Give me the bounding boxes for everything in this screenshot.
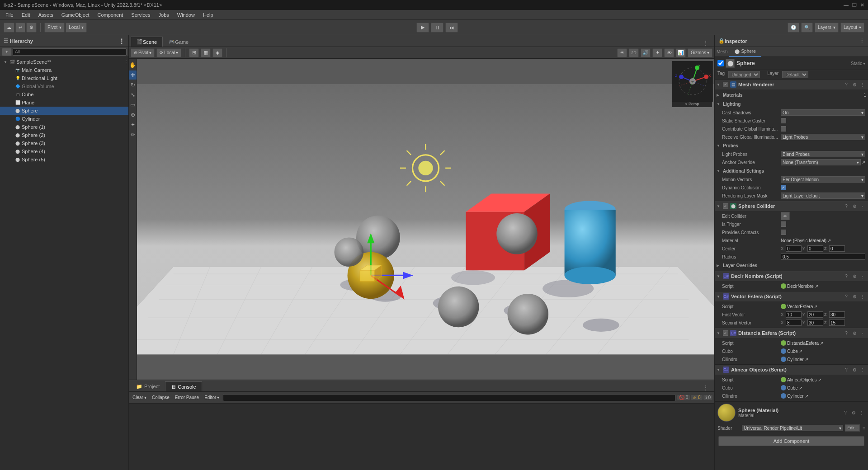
decir-nombre-header[interactable]: ▼ C# Decir Nombre (Script) ? ⚙ ⋮	[715, 271, 868, 281]
probes-section[interactable]: ▼ Probes	[715, 141, 868, 150]
hierarchy-item-cube[interactable]: ◻ Cube	[0, 90, 128, 99]
vector-esfera-help-btn[interactable]: ?	[843, 293, 850, 300]
collapse-btn[interactable]: Collapse	[150, 393, 171, 402]
tool-transform[interactable]: ⊕	[129, 110, 137, 119]
console-content[interactable]	[129, 404, 714, 470]
hierarchy-more-btn[interactable]: ⋮	[118, 38, 125, 45]
anchor-override-link-btn[interactable]: ↗	[862, 160, 865, 165]
search-btn[interactable]: 🔍	[801, 23, 813, 33]
sv-x-input[interactable]	[786, 320, 802, 326]
scene-view-btn[interactable]: ◈	[212, 48, 222, 57]
persp-label[interactable]: < Persp	[672, 101, 712, 107]
menu-jobs[interactable]: Jobs	[155, 11, 173, 19]
distancia-cubo-link-btn[interactable]: ↗	[799, 349, 802, 354]
vector-esfera-link-btn[interactable]: ↗	[814, 304, 817, 309]
layers-dropdown[interactable]: Layers ▾	[815, 23, 839, 33]
sphere-collider-more-btn[interactable]: ⋮	[859, 202, 866, 210]
hierarchy-item-sphere2[interactable]: ⬤ Sphere (2)	[0, 131, 128, 139]
layer-overrides-section[interactable]: ▶ Layer Overrides	[715, 261, 868, 270]
hierarchy-item-scene[interactable]: ▼ 🎬 SampleScene* ⋮	[0, 58, 128, 66]
tool-rect[interactable]: ▭	[129, 100, 137, 109]
sv-y-input[interactable]	[807, 320, 823, 326]
rendering-layer-mask-dropdown[interactable]: Light Layer default ▾	[781, 193, 865, 199]
sphere-collider-settings-btn[interactable]: ⚙	[851, 202, 858, 210]
sphere-collider-toggle[interactable]	[723, 203, 728, 209]
vector-esfera-more-btn[interactable]: ⋮	[859, 293, 866, 300]
alinear-cilindro-link-btn[interactable]: ↗	[805, 394, 808, 399]
hierarchy-item-cylinder[interactable]: 🔵 Cylinder	[0, 115, 128, 123]
fv-y-input[interactable]	[807, 311, 823, 318]
scene-local-dropdown[interactable]: ⟳ Local ▾	[156, 48, 181, 57]
maximize-btn[interactable]: ❐	[852, 2, 857, 8]
hierarchy-scene-more[interactable]: ⋮	[124, 60, 128, 65]
alinear-cubo-link-btn[interactable]: ↗	[799, 385, 802, 390]
material-help-btn[interactable]: ?	[842, 409, 849, 416]
vector-esfera-settings-btn[interactable]: ⚙	[851, 293, 858, 300]
tab-scene[interactable]: 🎬 Scene	[131, 37, 163, 47]
menu-component[interactable]: Component	[94, 11, 127, 19]
alinear-objetos-more-btn[interactable]: ⋮	[859, 366, 866, 373]
console-search-input[interactable]	[223, 394, 675, 401]
sphere-collider-help-btn[interactable]: ?	[843, 202, 850, 210]
inspector-tab-sphere[interactable]: ⬤ Sphere	[729, 47, 761, 57]
distancia-esfera-more-btn[interactable]: ⋮	[859, 329, 866, 337]
fv-z-input[interactable]	[829, 311, 845, 318]
decir-nombre-help-btn[interactable]: ?	[843, 273, 850, 280]
menu-file[interactable]: File	[2, 11, 17, 19]
object-static-arrow[interactable]: ▾	[863, 61, 865, 66]
hierarchy-item-sphere5[interactable]: ⬤ Sphere (5)	[0, 155, 128, 164]
scene-2d-btn[interactable]: 2D	[629, 48, 639, 57]
center-x-input[interactable]	[786, 245, 802, 252]
layer-select[interactable]: Default	[782, 71, 808, 78]
additional-settings-section[interactable]: ▼ Additional Settings	[715, 166, 868, 175]
scene-light-btn[interactable]: ☀	[617, 48, 627, 57]
hierarchy-item-sphere4[interactable]: ⬤ Sphere (4)	[0, 147, 128, 155]
decir-nombre-link-btn[interactable]: ↗	[815, 284, 818, 289]
mesh-renderer-settings-btn[interactable]: ⚙	[851, 81, 858, 88]
mesh-renderer-help-btn[interactable]: ?	[843, 81, 850, 88]
is-trigger-checkbox[interactable]	[781, 221, 786, 227]
hierarchy-item-maincamera[interactable]: 📷 Main Camera	[0, 66, 128, 74]
camera-widget[interactable]: X Y Z	[672, 61, 712, 101]
pivot-dropdown[interactable]: Pivot ▾	[44, 23, 65, 33]
scene-stats-btn[interactable]: 📊	[676, 48, 686, 57]
sv-z-input[interactable]	[829, 320, 845, 326]
hierarchy-item-globalvolume[interactable]: 🔷 Global Volume	[0, 82, 128, 90]
distancia-esfera-toggle[interactable]	[723, 330, 728, 336]
hierarchy-item-plane[interactable]: ⬜ Plane	[0, 99, 128, 107]
hierarchy-add-btn[interactable]: +	[2, 48, 12, 56]
toolbar-undo-btn[interactable]: ↩	[15, 23, 25, 33]
hierarchy-item-sphere1[interactable]: ⬤ Sphere (1)	[0, 123, 128, 131]
shader-dropdown[interactable]: Universal Render Pipeline/Lit ▾	[742, 425, 843, 431]
error-pause-btn[interactable]: Error Pause	[173, 393, 201, 402]
scene-grid-btn[interactable]: ▦	[201, 48, 211, 57]
toolbar-account-btn[interactable]: ☁	[4, 23, 14, 33]
fv-x-input[interactable]	[786, 311, 802, 318]
alinear-objetos-help-btn[interactable]: ?	[843, 366, 850, 373]
editor-dropdown[interactable]: Editor ▾	[203, 393, 221, 402]
light-probes-dropdown[interactable]: Blend Probes ▾	[781, 151, 865, 157]
scene-hidden-btn[interactable]: 👁	[664, 48, 674, 57]
object-name-input[interactable]	[736, 60, 827, 66]
material-view-btn[interactable]: ≡	[863, 426, 865, 431]
object-active-checkbox[interactable]	[717, 60, 724, 66]
hierarchy-search-input[interactable]	[13, 48, 127, 56]
vector-esfera-header[interactable]: ▼ C# Vector Esfera (Script) ? ⚙ ⋮	[715, 291, 868, 301]
distancia-esfera-header[interactable]: ▼ C# Distancia Esfera (Script) ? ⚙ ⋮	[715, 328, 868, 338]
sphere-collider-header[interactable]: ▼ ⬤ Sphere Collider ? ⚙ ⋮	[715, 201, 868, 211]
edit-collider-btn[interactable]: ✏	[781, 212, 790, 220]
alinear-objetos-settings-btn[interactable]: ⚙	[851, 366, 858, 373]
scene-more-btn[interactable]: ⋮	[699, 39, 712, 47]
tag-select[interactable]: Untagged	[728, 71, 760, 78]
layout-dropdown[interactable]: Layout ▾	[840, 23, 864, 33]
clear-dropdown[interactable]: Clear ▾	[131, 393, 148, 402]
hierarchy-item-sphere[interactable]: ⬤ Sphere	[0, 107, 128, 115]
menu-window[interactable]: Window	[174, 11, 198, 19]
static-shadow-checkbox[interactable]	[781, 118, 786, 123]
close-btn[interactable]: ✕	[860, 2, 864, 8]
dynamic-occlusion-checkbox[interactable]	[781, 185, 786, 190]
mesh-renderer-toggle[interactable]	[723, 82, 728, 87]
play-button[interactable]: ▶	[416, 23, 429, 33]
component-mesh-renderer-header[interactable]: ▼ ▤ Mesh Renderer ? ⚙ ⋮	[715, 80, 868, 89]
center-y-input[interactable]	[807, 245, 823, 252]
